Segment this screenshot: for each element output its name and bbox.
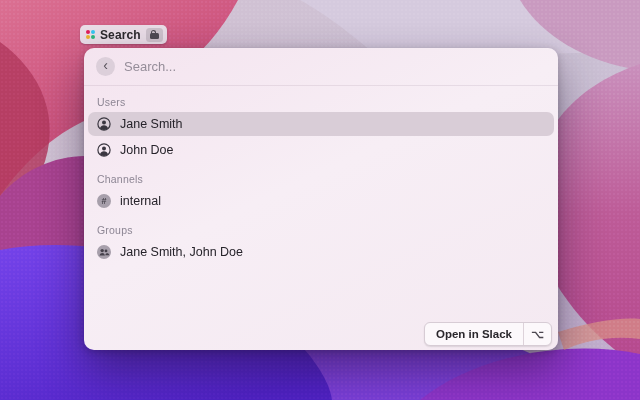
section-header-users: Users — [88, 96, 554, 108]
list-item-label: John Doe — [120, 143, 174, 157]
shortcut-badge — [146, 28, 163, 42]
slack-icon — [86, 30, 95, 39]
hash-circle-icon: # — [97, 194, 111, 208]
search-panel: ‹ Users Jane Smith John Doe Channels — [84, 48, 558, 350]
option-key-icon: ⌥ — [523, 323, 551, 345]
people-circle-icon — [97, 245, 111, 259]
list-item-group[interactable]: Jane Smith, John Doe — [88, 240, 554, 264]
menubar-search-pill[interactable]: Search — [80, 25, 167, 44]
lock-icon — [150, 33, 159, 39]
chevron-left-icon: ‹ — [103, 57, 108, 73]
open-in-slack-label: Open in Slack — [425, 323, 523, 345]
menubar-search-label: Search — [100, 28, 141, 42]
section-header-channels: Channels — [88, 173, 554, 185]
section-header-groups: Groups — [88, 224, 554, 236]
open-in-slack-button[interactable]: Open in Slack ⌥ — [424, 322, 552, 346]
list-item-user[interactable]: John Doe — [88, 138, 554, 162]
results-list: Users Jane Smith John Doe Channels # int… — [84, 86, 558, 264]
list-item-label: Jane Smith — [120, 117, 183, 131]
person-circle-icon — [97, 143, 111, 157]
list-item-label: Jane Smith, John Doe — [120, 245, 243, 259]
list-item-user[interactable]: Jane Smith — [88, 112, 554, 136]
person-circle-icon — [97, 117, 111, 131]
search-input[interactable] — [124, 59, 546, 74]
search-bar: ‹ — [84, 48, 558, 86]
back-button[interactable]: ‹ — [96, 57, 115, 76]
list-item-channel[interactable]: # internal — [88, 189, 554, 213]
list-item-label: internal — [120, 194, 161, 208]
